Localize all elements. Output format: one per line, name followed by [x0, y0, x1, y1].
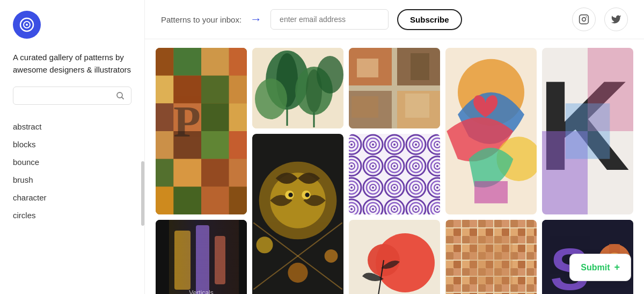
svg-rect-84	[169, 220, 239, 294]
svg-rect-32	[229, 187, 247, 214]
gallery-item[interactable]	[252, 134, 343, 294]
svg-rect-26	[173, 159, 201, 187]
svg-point-70	[288, 263, 308, 283]
svg-rect-78	[349, 134, 440, 214]
svg-rect-19	[201, 103, 229, 131]
search-input[interactable]	[20, 91, 116, 100]
logo-button[interactable]	[13, 11, 41, 39]
svg-rect-95	[470, 236, 513, 284]
logo-icon	[19, 17, 34, 32]
svg-rect-21	[156, 131, 173, 159]
nav-item-bounce[interactable]: bounce	[13, 153, 131, 171]
svg-rect-31	[201, 187, 229, 214]
main-content: Patterns to your inbox: → Subscribe	[145, 0, 644, 294]
nav-item-character[interactable]: character	[13, 189, 131, 206]
svg-line-4	[122, 97, 124, 99]
svg-point-6	[582, 18, 586, 21]
nav-item-brush[interactable]: brush	[13, 171, 131, 189]
newsletter-label: Patterns to your inbox:	[161, 15, 241, 24]
svg-rect-60	[566, 103, 610, 159]
svg-rect-27	[201, 159, 229, 187]
sidebar: A curated gallery of patterns by awesome…	[0, 0, 145, 294]
gallery-item[interactable]	[349, 220, 440, 294]
svg-rect-10	[173, 48, 201, 76]
gallery-item[interactable]	[349, 48, 440, 128]
svg-rect-55	[474, 181, 508, 203]
gallery-item[interactable]: K	[542, 48, 633, 214]
nav-item-circles[interactable]: circles	[13, 206, 131, 224]
svg-rect-12	[229, 48, 247, 76]
svg-rect-16	[229, 76, 247, 104]
gallery-item[interactable]	[252, 48, 343, 128]
category-nav: abstract blocks bounce brush character c…	[13, 118, 131, 283]
svg-rect-17	[156, 103, 173, 131]
svg-point-67	[305, 193, 309, 197]
svg-rect-13	[156, 76, 173, 104]
scrollbar[interactable]	[141, 161, 144, 226]
gallery-item[interactable]: Verticals	[156, 220, 247, 294]
svg-rect-51	[405, 94, 429, 118]
gallery-grid: P	[145, 39, 644, 294]
svg-point-2	[26, 24, 28, 26]
tagline-text: A curated gallery of patterns by awesome…	[13, 52, 131, 76]
email-input[interactable]	[270, 9, 389, 30]
gallery-item[interactable]: P	[156, 48, 247, 214]
svg-rect-29	[156, 187, 173, 214]
search-button[interactable]	[116, 91, 125, 100]
svg-point-69	[325, 249, 338, 263]
instagram-button[interactable]	[572, 8, 596, 31]
gallery-item[interactable]	[445, 48, 537, 214]
submit-icon: +	[614, 262, 620, 273]
svg-rect-30	[173, 187, 201, 214]
gallery-item[interactable]	[445, 220, 537, 294]
svg-rect-20	[229, 103, 247, 131]
svg-text:P: P	[173, 97, 201, 146]
svg-rect-50	[352, 96, 378, 118]
svg-point-7	[586, 16, 587, 17]
twitter-button[interactable]	[604, 8, 628, 31]
svg-rect-28	[229, 159, 247, 187]
search-box	[13, 87, 131, 105]
svg-rect-5	[580, 15, 589, 24]
nav-item-abstract[interactable]: abstract	[13, 118, 131, 135]
svg-point-68	[257, 236, 273, 253]
subscribe-button[interactable]: Subscribe	[397, 9, 462, 30]
svg-rect-49	[411, 53, 429, 80]
header: Patterns to your inbox: → Subscribe	[145, 0, 644, 39]
submit-label: Submit	[581, 263, 610, 273]
svg-point-66	[288, 193, 292, 197]
twitter-icon	[611, 14, 621, 25]
svg-rect-11	[201, 48, 229, 76]
svg-rect-24	[229, 131, 247, 159]
svg-rect-48	[357, 59, 378, 77]
nav-item-blocks[interactable]: blocks	[13, 135, 131, 153]
svg-rect-9	[156, 48, 173, 76]
submit-button[interactable]: Submit +	[569, 254, 631, 281]
instagram-icon	[579, 14, 589, 25]
svg-rect-25	[156, 159, 173, 187]
gallery-item[interactable]	[349, 134, 440, 214]
svg-point-39	[255, 78, 287, 119]
svg-rect-23	[201, 131, 229, 159]
arrow-icon: →	[250, 12, 262, 26]
search-icon	[116, 91, 125, 100]
svg-rect-15	[201, 76, 229, 104]
svg-point-40	[317, 56, 343, 94]
